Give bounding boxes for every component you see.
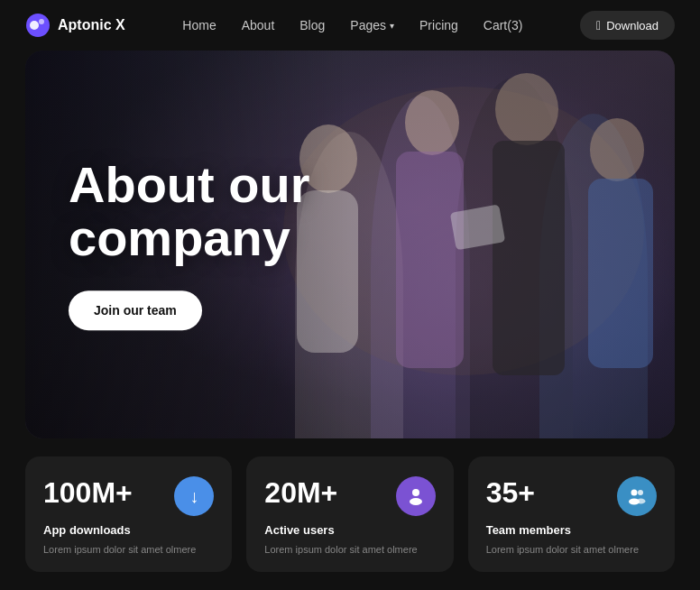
stat-description: Lorem ipsum dolor sit amet olmere [264, 542, 435, 558]
svg-point-15 [631, 490, 637, 496]
svg-point-8 [495, 73, 558, 145]
nav-pricing[interactable]: Pricing [419, 18, 458, 32]
svg-rect-9 [493, 141, 565, 375]
stat-top: 35+ [486, 476, 657, 516]
logo[interactable]: Aptonic X [25, 13, 125, 38]
nav-pages-dropdown[interactable]: Pages ▾ [350, 18, 394, 32]
svg-rect-11 [588, 179, 653, 368]
svg-point-2 [39, 19, 44, 24]
stats-section: 100M+ ↓ App downloads Lorem ipsum dolor … [0, 438, 700, 572]
svg-point-16 [638, 490, 643, 495]
apple-icon:  [596, 18, 601, 32]
stat-top: 100M+ ↓ [43, 476, 214, 516]
user-icon-circle [396, 476, 436, 516]
stat-label: App downloads [43, 523, 214, 537]
stat-number: 20M+ [264, 476, 337, 510]
stat-description: Lorem ipsum dolor sit amet olmere [43, 542, 214, 558]
user-icon [406, 486, 426, 506]
navbar: Aptonic X Home About Blog Pages ▾ Pricin… [0, 0, 700, 51]
svg-point-1 [30, 21, 39, 30]
stat-card-downloads: 100M+ ↓ App downloads Lorem ipsum dolor … [25, 456, 232, 572]
stat-label: Active users [264, 523, 435, 537]
team-icon-circle [617, 476, 657, 516]
svg-rect-7 [396, 152, 464, 368]
arrow-down-icon: ↓ [189, 486, 198, 507]
download-button[interactable]:  Download [580, 11, 675, 40]
svg-point-18 [636, 499, 645, 504]
download-icon-circle: ↓ [174, 476, 214, 516]
stat-card-users: 20M+ Active users Lorem ipsum dolor sit … [246, 456, 453, 572]
hero-title: About our company [69, 159, 309, 265]
nav-blog[interactable]: Blog [299, 18, 325, 32]
stat-number: 100M+ [43, 476, 133, 510]
stat-number: 35+ [486, 476, 535, 510]
stat-card-team: 35+ Team members Lorem ipsum dolor sit a… [468, 456, 675, 572]
brand-name: Aptonic X [58, 17, 125, 33]
hero-content: About our company Join our team [69, 159, 309, 330]
svg-point-10 [590, 118, 644, 181]
svg-point-6 [405, 90, 459, 155]
nav-home[interactable]: Home [182, 18, 216, 32]
hero-section: About our company Join our team [25, 51, 675, 438]
nav-links: Home About Blog Pages ▾ Pricing Cart(3) [182, 17, 522, 33]
logo-icon [25, 13, 51, 38]
nav-about[interactable]: About [242, 18, 275, 32]
nav-cart[interactable]: Cart(3) [484, 18, 523, 32]
stat-label: Team members [486, 523, 657, 537]
chevron-down-icon: ▾ [390, 21, 394, 31]
svg-point-13 [412, 489, 419, 496]
team-icon [627, 486, 647, 506]
join-team-button[interactable]: Join our team [69, 290, 202, 330]
stat-top: 20M+ [264, 476, 435, 516]
svg-point-14 [410, 498, 422, 505]
stat-description: Lorem ipsum dolor sit amet olmere [486, 542, 657, 558]
